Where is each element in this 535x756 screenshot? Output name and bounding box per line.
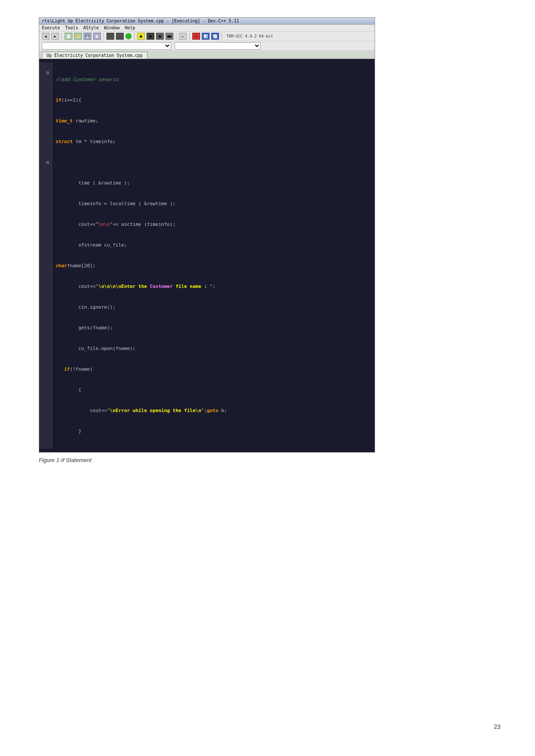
toolbar-chart2-btn[interactable]: 📈 [211,33,219,40]
ln-18 [42,180,49,187]
code-line-cout-asctime: cout<<"\n\n"<< asctime (timeinfo); [56,221,371,228]
file-dropdown-2[interactable] [175,42,261,50]
ln-7 [42,104,49,111]
caption-text: Figure 1-If Statement [39,457,91,463]
ide-toolbar: ◀ ▶ 📄 📂 💾 📋 ■ ■ ■ ■■ ✏ ✕ 📊 📈 [39,31,375,41]
toolbar-sep-5 [189,33,190,40]
ln-1 [42,62,49,69]
ln-5 [42,90,49,97]
compiler-label: TDM-GCC 4.9.2 64-bit [226,34,273,38]
code-line-time-call: time ( &rawtime ); [56,180,371,187]
ln-3 [42,76,49,83]
toolbar-fwd-btn[interactable]: ▶ [51,33,59,40]
ide-tab-main[interactable]: Up Electricity Corporation System.cpp [42,52,147,59]
toolbar-chart-btn[interactable]: 📊 [202,33,210,40]
ide-tab-bar: Up Electricity Corporation System.cpp [39,51,375,59]
code-line-if: if(i==1){ [56,97,371,104]
toolbar-sep-2 [103,33,104,40]
ln-10 [42,125,49,131]
toolbar-dark-btn1[interactable] [106,33,114,40]
ide-code-area: ⊟ ⊟ //add Customer senario [39,59,375,452]
collapse-1[interactable]: ⊟ [42,69,49,76]
code-line-if-fname: if(!fname) [56,366,371,373]
code-line-gets: gets(fname); [56,325,371,331]
ide-menu-bar: Execute Tools AStyle Window Help [39,25,375,31]
toolbar-btn-b[interactable]: ■ [147,33,154,40]
ide-title-text: rts\Light Up Electricity Corporation Sys… [42,19,239,23]
toolbar-green-circle[interactable] [125,33,131,39]
menu-help[interactable]: Help [125,25,135,30]
code-line-ofstream: ofstream cu_file; [56,242,371,249]
toolbar-open-btn[interactable]: 📂 [74,33,82,40]
figure-caption: Figure 1-If Statement [26,457,509,463]
code-line-cout-error: cout<<"\nError while opening the file\n"… [56,407,371,414]
ln-4 [42,83,49,90]
ln-8 [42,111,49,118]
code-line-comment: //add Customer senario [56,76,371,83]
menu-window[interactable]: Window [104,25,119,30]
ide-window: rts\Light Up Electricity Corporation Sys… [39,17,375,453]
toolbar-sep-4 [176,33,176,40]
toolbar-sep-1 [62,33,62,40]
code-line-char: char fname[20]; [56,262,371,269]
code-line-cout-enter: cout<<"\n\n\n\nEnter the Customer file n… [56,283,371,290]
ide-dropdown-bar [39,41,375,51]
toolbar-pencil-btn[interactable]: ✏ [179,33,187,40]
code-line-empty [56,159,371,166]
page-number: 23 [494,723,501,730]
ide-tab-label: Up Electricity Corporation System.cpp [47,53,143,58]
menu-execute[interactable]: Execute [42,25,60,30]
toolbar-stop-btn[interactable]: ✕ [192,33,200,40]
toolbar-saveas-btn[interactable]: 📋 [93,33,101,40]
code-line-struct: struct tm * timeinfo; [56,138,371,145]
code-lines: //add Customer senario if(i==1){ time_t … [52,62,375,449]
toolbar-save-btn[interactable]: 💾 [84,33,91,40]
ide-title-bar: rts\Light Up Electricity Corporation Sys… [39,18,375,25]
code-line-cin-ignore: cin.ignore(); [56,304,371,311]
ln-9 [42,118,49,125]
line-numbers: ⊟ ⊟ [39,62,52,449]
menu-tools[interactable]: Tools [65,25,78,30]
ln-13 [42,145,49,152]
toolbar-btn-d[interactable]: ■■ [166,33,173,40]
toolbar-back-btn[interactable]: ◀ [42,33,50,40]
code-line-localtime: timeinfo = localtime ( &rawtime ); [56,200,371,207]
toolbar-sep-3 [134,33,135,40]
ln-17 [42,173,49,180]
toolbar-btn-a[interactable]: ■ [137,33,145,40]
menu-astyle[interactable]: AStyle [83,25,99,30]
code-line-time-t: time_t rawtime; [56,118,371,125]
toolbar-dark-btn2[interactable] [116,33,124,40]
code-line-brace-close: } [56,428,371,435]
ln-16 [42,166,49,173]
ln-12 [42,138,49,145]
collapse-2[interactable]: ⊟ [42,159,49,166]
code-line-open: cu_file.open(fname); [56,345,371,352]
ln-11 [42,131,49,138]
file-dropdown-1[interactable] [42,42,171,50]
toolbar-new-btn[interactable]: 📄 [65,33,72,40]
toolbar-sep-6 [222,33,222,40]
code-line-brace-open: { [56,387,371,394]
ln-14 [42,152,49,159]
ln-6 [42,97,49,104]
toolbar-btn-c[interactable]: ■ [156,33,164,40]
